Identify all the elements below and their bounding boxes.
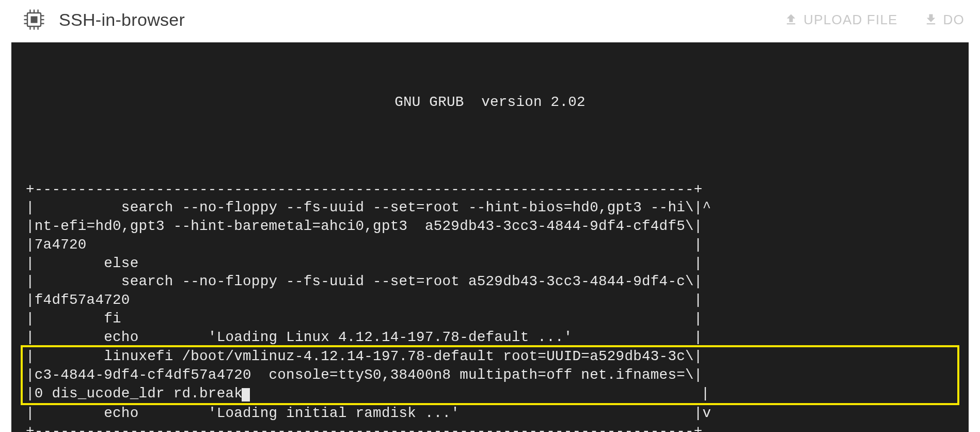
upload-label: UPLOAD FILE [803, 12, 897, 28]
grub-line: | echo 'Loading Linux 4.12.14-197.78-def… [26, 329, 703, 345]
download-label: DO [943, 12, 965, 28]
cursor-icon [242, 388, 250, 402]
grub-line: | fi | [26, 311, 703, 327]
grub-line-highlighted: |0 dis_ucode_ldr rd.break [26, 385, 243, 402]
svg-rect-1 [31, 17, 38, 23]
highlighted-kernel-line: | linuxefi /boot/vmlinuz-4.12.14-197.78-… [21, 345, 959, 405]
grub-line: | search --no-floppy --fs-uuid --set=roo… [26, 199, 711, 215]
grub-line: | search --no-floppy --fs-uuid --set=roo… [26, 273, 703, 289]
download-file-button[interactable]: DO [924, 12, 965, 28]
grub-line: |f4df57a4720 | [26, 292, 703, 308]
upload-icon [784, 12, 798, 27]
grub-line: |nt-efi=hd0,gpt3 --hint-baremetal=ahci0,… [26, 218, 703, 234]
grub-border-top: +---------------------------------------… [26, 181, 703, 197]
upload-file-button[interactable]: UPLOAD FILE [784, 12, 897, 28]
grub-border-bottom: +---------------------------------------… [26, 423, 703, 432]
grub-edit-box: +---------------------------------------… [11, 162, 969, 347]
grub-line: | echo 'Loading initial ramdisk ...' |v [26, 405, 711, 421]
grub-title: GNU GRUB version 2.02 [11, 93, 969, 112]
header-actions: UPLOAD FILE DO [784, 12, 965, 28]
download-icon [924, 12, 938, 27]
page-title: SSH-in-browser [59, 10, 185, 30]
terminal-output[interactable]: GNU GRUB version 2.02 +-----------------… [11, 42, 969, 432]
header-left: SSH-in-browser [21, 6, 185, 33]
grub-line-highlighted: |c3-4844-9df4-cf4df57a4720 console=ttyS0… [26, 367, 703, 383]
grub-line-highlighted: | linuxefi /boot/vmlinuz-4.12.14-197.78-… [26, 348, 703, 364]
grub-line: |7a4720 | [26, 237, 703, 253]
header-bar: SSH-in-browser UPLOAD FILE DO [0, 0, 980, 42]
grub-line-highlighted-end: | [250, 385, 710, 402]
grub-edit-box-bottom: | echo 'Loading initial ramdisk ...' |v … [11, 404, 969, 433]
grub-line: | else | [26, 255, 703, 271]
cpu-chip-icon [21, 6, 48, 33]
